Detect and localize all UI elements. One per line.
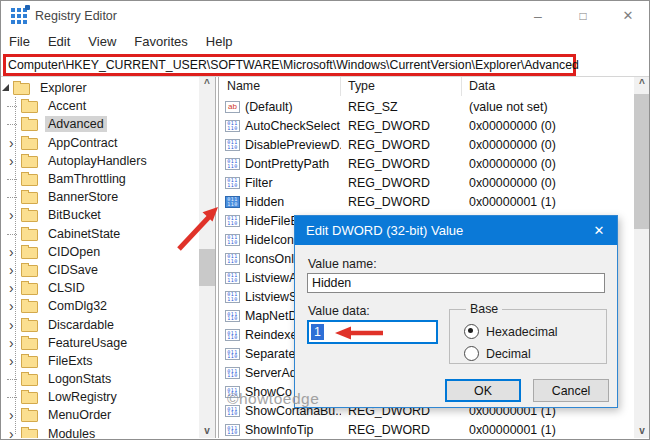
collapsed-chevron-icon[interactable]: › [9, 209, 21, 221]
tree-item-cabinetstate[interactable]: CabinetState [1, 225, 199, 243]
column-header-data[interactable]: Data [462, 77, 634, 96]
collapsed-chevron-icon[interactable]: › [9, 409, 21, 421]
value-row-default[interactable]: ab(Default)REG_SZ(value not set) [221, 97, 634, 116]
tree-item-bannerstore[interactable]: BannerStore [1, 188, 199, 206]
dword-value-icon: 011110 [225, 291, 240, 303]
value-data-input[interactable]: 1 [307, 320, 438, 344]
value-name: Separate [245, 347, 295, 361]
tree-item-bamthrottling[interactable]: BamThrottling [1, 170, 199, 188]
value-name-cell: 011110ShowInfoTip [221, 423, 341, 437]
close-button[interactable]: ✕ [606, 1, 650, 31]
value-row-filter[interactable]: 011110FilterREG_DWORD0x00000000 (0) [221, 173, 634, 192]
tree-item-label: Advanced [45, 116, 107, 132]
tree-item-label: ComDlg32 [45, 298, 110, 314]
value-row-dontprettypath[interactable]: 011110DontPrettyPathREG_DWORD0x00000000 … [221, 154, 634, 173]
tree-item-clsid[interactable]: ›CLSID [1, 279, 199, 297]
tree-item-modules[interactable]: ›Modules [1, 425, 199, 438]
collapsed-chevron-icon[interactable]: › [9, 428, 21, 438]
list-scrollbar-thumb[interactable] [634, 94, 650, 229]
collapsed-chevron-icon[interactable]: › [9, 246, 21, 258]
maximize-button[interactable]: □ [561, 1, 605, 31]
column-header-type[interactable]: Type [341, 77, 462, 96]
collapsed-chevron-icon[interactable]: › [9, 155, 21, 167]
menu-bar: FileEditViewFavoritesHelp [1, 31, 649, 53]
tree-item-featureusage[interactable]: ›FeatureUsage [1, 334, 199, 352]
tree-item-autoplayhandlers[interactable]: ›AutoplayHandlers [1, 152, 199, 170]
collapsed-chevron-icon[interactable]: › [9, 264, 21, 276]
value-row-autocheckselect[interactable]: 011110AutoCheckSelectREG_DWORD0x00000000… [221, 116, 634, 135]
minimize-button[interactable]: – [516, 1, 560, 31]
menu-help[interactable]: Help [198, 31, 243, 53]
menu-edit[interactable]: Edit [40, 31, 80, 53]
value-row-showinfotip[interactable]: 011110ShowInfoTipREG_DWORD0x00000001 (1) [221, 421, 634, 438]
tree-item-comdlg32[interactable]: ›ComDlg32 [1, 297, 199, 315]
tree-item-label: LogonStats [45, 371, 114, 387]
base-group: Base Hexadecimal Decimal [449, 302, 607, 364]
tree-item-explorer[interactable]: Explorer [1, 79, 199, 97]
tree-pane: ExplorerAccentAdvanced›AppContract›Autop… [1, 79, 199, 438]
folder-icon [21, 429, 38, 438]
value-name: Reindexe [245, 328, 297, 342]
folder-icon [21, 138, 38, 150]
tree-item-cidopen[interactable]: ›CIDOpen [1, 243, 199, 261]
menu-favorites[interactable]: Favorites [126, 31, 197, 53]
value-row-disablepreviewd[interactable]: 011110DisablePreviewD...REG_DWORD0x00000… [221, 135, 634, 154]
scroll-down-icon[interactable]: v [199, 424, 215, 438]
list-scrollbar[interactable]: ^ v [634, 77, 650, 438]
tree-item-bitbucket[interactable]: ›BitBucket [1, 206, 199, 224]
tree-item-label: AutoplayHandlers [45, 153, 150, 169]
ok-button[interactable]: OK [445, 379, 521, 402]
folder-icon [21, 320, 38, 332]
tree-scrollbar[interactable]: ^ v [199, 77, 215, 438]
tree-item-appcontract[interactable]: ›AppContract [1, 134, 199, 152]
tree-item-advanced[interactable]: Advanced [1, 115, 199, 133]
value-name: Hidden [245, 195, 284, 209]
value-data: (value not set) [462, 100, 634, 114]
tree-item-label: BannerStore [45, 189, 121, 205]
collapsed-chevron-icon[interactable]: › [9, 355, 21, 367]
collapsed-chevron-icon[interactable]: › [9, 319, 21, 331]
tree-item-logonstats[interactable]: LogonStats [1, 370, 199, 388]
tree-item-label: FileExts [45, 353, 95, 369]
collapsed-chevron-icon[interactable]: › [9, 282, 21, 294]
radio-unselected-icon[interactable] [464, 346, 479, 361]
tree-item-menuorder[interactable]: ›MenuOrder [1, 406, 199, 424]
value-row-hidden[interactable]: 011110HiddenREG_DWORD0x00000001 (1) [221, 192, 634, 211]
pane-splitter[interactable] [215, 77, 219, 438]
collapsed-chevron-icon[interactable]: › [9, 137, 21, 149]
folder-icon [21, 247, 38, 259]
scroll-up-icon[interactable]: ^ [634, 77, 650, 91]
address-bar[interactable]: Computer\HKEY_CURRENT_USER\SOFTWARE\Micr… [8, 58, 579, 72]
tree-scrollbar-thumb[interactable] [199, 249, 215, 286]
radio-decimal[interactable]: Decimal [464, 346, 606, 361]
title-bar: Registry Editor – □ ✕ [1, 1, 649, 31]
menu-file[interactable]: File [1, 31, 40, 53]
folder-icon [21, 265, 38, 277]
value-type: REG_DWORD [341, 176, 462, 190]
collapsed-chevron-icon[interactable]: › [9, 300, 21, 312]
value-data: 0x00000000 (0) [462, 157, 634, 171]
tree-item-discardable[interactable]: ›Discardable [1, 315, 199, 333]
tree-item-accent[interactable]: Accent [1, 97, 199, 115]
cancel-button[interactable]: Cancel [533, 379, 609, 402]
scroll-up-icon[interactable]: ^ [199, 77, 215, 91]
tree-item-fileexts[interactable]: ›FileExts [1, 352, 199, 370]
radio-hexadecimal[interactable]: Hexadecimal [464, 324, 606, 339]
value-name-input[interactable] [307, 273, 605, 293]
collapsed-chevron-icon[interactable]: › [9, 337, 21, 349]
value-data-label: Value data: [308, 304, 370, 318]
expanded-arrow-icon[interactable] [2, 84, 9, 91]
base-group-label: Base [466, 302, 502, 316]
tree-item-lowregistry[interactable]: LowRegistry [1, 388, 199, 406]
window-title: Registry Editor [35, 1, 117, 31]
dialog-close-icon[interactable]: ✕ [591, 216, 607, 245]
dword-value-icon: 011110 [225, 196, 240, 208]
column-header-name[interactable]: Name [221, 77, 341, 96]
menu-view[interactable]: View [80, 31, 126, 53]
value-name-cell: 011110DontPrettyPath [221, 157, 341, 171]
folder-icon [21, 374, 38, 386]
tree-item-label: Explorer [37, 80, 90, 96]
radio-selected-icon[interactable] [464, 324, 479, 339]
scroll-down-icon[interactable]: v [634, 424, 650, 438]
tree-item-cidsave[interactable]: ›CIDSave [1, 261, 199, 279]
